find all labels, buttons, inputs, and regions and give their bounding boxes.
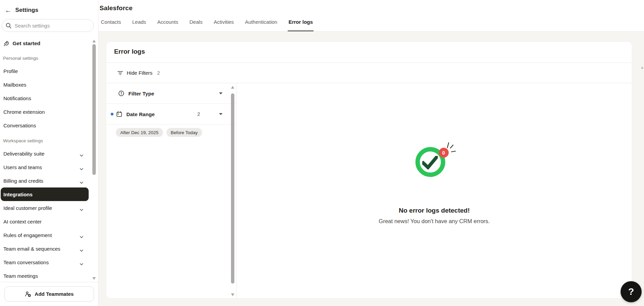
filter-column-scrollbar <box>231 86 235 296</box>
dropdown-arrow-icon <box>219 92 222 94</box>
content-area: Error logs Hide Filters 2 Filter Type <box>99 32 644 306</box>
chevron-down-icon <box>80 261 83 264</box>
search-icon <box>6 23 12 29</box>
filter-chip-after-date[interactable]: After Dec 19, 2025 <box>116 128 163 137</box>
chevron-down-icon <box>80 234 83 236</box>
sidebar-item-ideal-customer-profile[interactable]: Ideal customer profile <box>1 201 89 215</box>
active-filter-dot <box>111 113 113 115</box>
filter-chip-before-today[interactable]: Before Today <box>166 128 202 137</box>
filter-group-label: Filter Type <box>128 91 154 96</box>
sidebar-item-users-and-teams[interactable]: Users and teams <box>1 160 89 174</box>
hide-filters-toggle[interactable]: Hide Filters 2 <box>106 63 632 83</box>
filters-count: 2 <box>157 70 160 76</box>
chevron-down-icon <box>80 179 83 182</box>
panel-header: Error logs <box>106 42 632 63</box>
tabs-bar: Contacts Leads Accounts Deals Activities… <box>100 19 314 31</box>
sidebar-item-team-meetings[interactable]: Team meetings <box>1 269 89 283</box>
filter-icon <box>118 70 123 76</box>
sidebar-item-billing-and-credits[interactable]: Billing and credits <box>1 174 89 187</box>
sidebar-item-mailboxes[interactable]: Mailboxes <box>1 78 89 91</box>
sidebar-item-rules-of-engagement[interactable]: Rules of engagement <box>1 228 89 242</box>
empty-state-subtitle: Great news! You don't have any CRM error… <box>237 218 632 224</box>
add-teammates-button[interactable]: Add Teammates <box>4 286 94 302</box>
sidebar-header: ← Settings <box>0 0 98 14</box>
filter-group-filter-type[interactable]: Filter Type <box>106 83 236 104</box>
integration-header: Salesforce Contacts Leads Accounts Deals… <box>99 0 644 32</box>
chevron-down-icon <box>80 152 83 155</box>
sidebar-item-team-email-sequences[interactable]: Team email & sequences <box>1 242 89 255</box>
scrollbar-thumb[interactable] <box>231 93 234 284</box>
add-teammates-label: Add Teammates <box>35 291 74 297</box>
help-button[interactable]: ? <box>621 281 642 302</box>
tab-deals[interactable]: Deals <box>189 19 203 31</box>
calendar-icon <box>116 111 122 117</box>
sidebar-footer: Add Teammates <box>0 282 98 306</box>
chevron-down-icon <box>80 247 83 250</box>
checkmark-icon <box>422 156 438 169</box>
scroll-up-arrow[interactable] <box>231 86 234 89</box>
tab-activities[interactable]: Activities <box>213 19 234 31</box>
panel-title: Error logs <box>114 48 632 55</box>
filter-column: Filter Type Date Range 2 <box>106 83 237 298</box>
chevron-down-icon <box>80 166 83 168</box>
sidebar-item-conversations[interactable]: Conversations <box>1 119 89 132</box>
no-errors-illustration: 0 <box>415 147 445 177</box>
sidebar-item-chrome-extension[interactable]: Chrome extension <box>1 105 89 119</box>
scroll-down-arrow[interactable] <box>231 293 234 296</box>
search-input[interactable] <box>15 23 90 29</box>
dropdown-arrow-icon <box>219 113 222 115</box>
sidebar-item-integrations[interactable]: Integrations <box>1 187 89 201</box>
section-label-personal: Personal settings <box>3 56 98 61</box>
scroll-down-arrow[interactable] <box>92 277 96 280</box>
sidebar-item-ai-context-center[interactable]: AI context center <box>1 215 89 228</box>
chevron-down-icon <box>80 206 83 209</box>
sidebar-item-notifications[interactable]: Notifications <box>1 91 89 105</box>
person-add-icon <box>25 291 31 297</box>
rocket-icon <box>3 41 9 47</box>
sidebar-item-deliverability-suite[interactable]: Deliverability suite <box>1 147 89 160</box>
scrollbar-thumb[interactable] <box>92 44 96 175</box>
filter-group-count: 2 <box>195 111 202 117</box>
sidebar-item-profile[interactable]: Profile <box>1 64 89 78</box>
scroll-up-arrow[interactable] <box>92 40 96 42</box>
settings-sidebar: ← Settings Get started Personal settings… <box>0 0 99 306</box>
error-logs-panel: Error logs Hide Filters 2 Filter Type <box>106 42 632 298</box>
filter-group-label: Date Range <box>126 111 155 117</box>
empty-state-title: No error logs detected! <box>237 207 632 214</box>
sidebar-scrollbar <box>92 0 96 306</box>
section-label-workspace: Workspace settings <box>3 138 98 143</box>
active-filter-chips: After Dec 19, 2025 Before Today <box>106 125 236 137</box>
hide-filters-label: Hide Filters <box>127 70 153 76</box>
filter-group-date-range[interactable]: Date Range 2 <box>106 104 236 125</box>
sparkle-lines-icon <box>446 141 456 153</box>
page-title: Salesforce <box>100 4 132 12</box>
tab-authentication[interactable]: Authentication <box>244 19 278 31</box>
empty-state: 0 No error logs detected! Great news! Yo… <box>237 83 632 298</box>
sidebar-nav: Get started Personal settings Profile Ma… <box>0 32 98 283</box>
sidebar-item-get-started[interactable]: Get started <box>1 37 89 50</box>
search-settings-box[interactable] <box>2 19 94 32</box>
tab-error-logs[interactable]: Error logs <box>288 19 314 31</box>
back-arrow-icon[interactable]: ← <box>5 7 12 14</box>
sidebar-title: Settings <box>15 7 38 14</box>
sidebar-item-label: Get started <box>13 40 40 47</box>
panel-body: Filter Type Date Range 2 <box>106 83 632 298</box>
tab-contacts[interactable]: Contacts <box>100 19 122 31</box>
page-scroll-arrow[interactable] <box>641 67 644 69</box>
sidebar-item-team-conversations[interactable]: Team conversations <box>1 255 89 269</box>
tab-accounts[interactable]: Accounts <box>157 19 179 31</box>
alert-circle-icon <box>118 90 124 96</box>
tab-leads[interactable]: Leads <box>131 19 147 31</box>
